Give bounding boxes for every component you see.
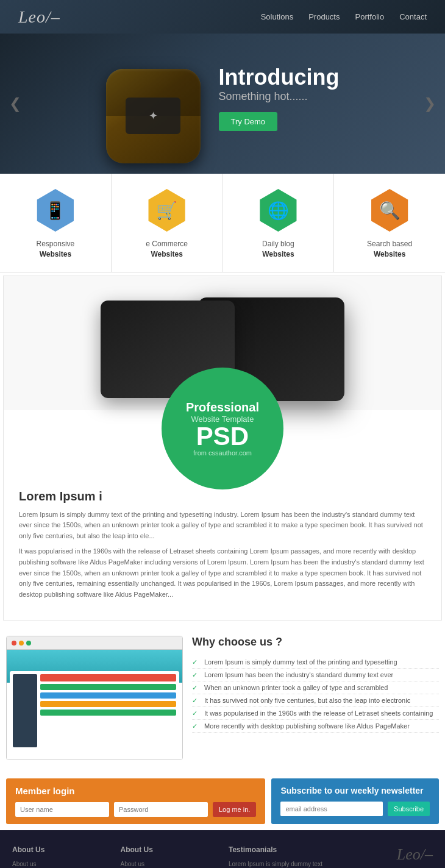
hero-app-icon xyxy=(106,69,201,163)
why-item-3: When an unknown printer took a galley of… xyxy=(192,681,439,694)
footer-col-1: About Us About us Why us Customer Storie… xyxy=(12,845,109,868)
footer-col-3: Testimoanials Lorem Ipsum is simply dumm… xyxy=(229,845,325,868)
hero-next-arrow[interactable]: ❯ xyxy=(424,95,436,112)
browser-bar xyxy=(7,636,182,650)
why-item-5: It was popularised in the 1960s with the… xyxy=(192,707,439,720)
showcase-section: Professional Website Template PSD from c… xyxy=(3,276,442,621)
main-nav: Solutions Products Portfolio Contact xyxy=(261,12,427,21)
why-content: Why choose us ? Lorem Ipsum is simply du… xyxy=(192,636,439,733)
browser-sidebar xyxy=(13,674,37,747)
hero-section: ❮ Introducing Something hot...... Try De… xyxy=(0,34,445,174)
mock-bar-1 xyxy=(40,674,176,681)
hex-responsive: 📱 xyxy=(34,189,77,232)
footer: About Us About us Why us Customer Storie… xyxy=(0,830,445,868)
hex-ecommerce: 🛒 xyxy=(146,189,188,232)
nav-portfolio[interactable]: Portfolio xyxy=(355,12,384,21)
header: Leo/– Solutions Products Portfolio Conta… xyxy=(0,0,445,34)
footer-col3-heading: Testimoanials xyxy=(229,845,325,854)
password-input[interactable] xyxy=(114,802,208,817)
hero-text: Introducing Something hot...... Try Demo xyxy=(219,65,340,131)
member-login-box: Member login Log me in. xyxy=(6,778,265,824)
showcase-para1: Lorem Ipsum is simply dummy text of the … xyxy=(19,510,426,542)
feature-ecommerce[interactable]: 🛒 e CommerceWebsites xyxy=(112,174,223,272)
why-heading: Why choose us ? xyxy=(192,636,439,649)
browser-inner xyxy=(10,671,179,750)
logo: Leo/– xyxy=(18,7,60,27)
feature-label-ecommerce: e CommerceWebsites xyxy=(146,239,188,260)
hero-icon-bg xyxy=(106,69,201,163)
hex-search: 🔍 xyxy=(368,189,411,232)
subscribe-button[interactable]: Subscribe xyxy=(388,802,430,816)
nav-contact[interactable]: Contact xyxy=(399,12,427,21)
feature-responsive[interactable]: 📱 ResponsiveWebsites xyxy=(0,174,112,272)
browser-content xyxy=(7,650,182,760)
footer-col2-heading: About Us xyxy=(121,845,217,854)
showcase-text: Lorem Ipsum i Lorem Ipsum is simply dumm… xyxy=(4,477,441,621)
login-fields: Log me in. xyxy=(15,802,256,817)
footer-link-about1[interactable]: About us xyxy=(12,860,109,868)
mock-bar-3 xyxy=(40,692,176,699)
footer-logo: Leo/– xyxy=(397,845,433,864)
member-login-heading: Member login xyxy=(15,786,256,796)
footer-testimonial-text: Lorem Ipsum is simply dummy text of the … xyxy=(229,860,325,868)
showcase-heading: Lorem Ipsum i xyxy=(19,489,426,503)
browser-dot-red xyxy=(12,641,16,646)
feature-label-search: Search basedWebsites xyxy=(367,239,412,260)
hero-prev-arrow[interactable]: ❮ xyxy=(9,95,21,112)
why-item-6: More recently with desktop publishing so… xyxy=(192,720,439,733)
features-row: 📱 ResponsiveWebsites 🛒 e CommerceWebsite… xyxy=(0,174,445,272)
username-input[interactable] xyxy=(15,802,109,817)
why-item-2: Lorem Ipsum has been the industry's stan… xyxy=(192,669,439,681)
mock-bar-2 xyxy=(40,684,176,690)
showcase-para2: It was popularised in the 1960s with the… xyxy=(19,546,426,600)
bottom-forms: Member login Log me in. Subscribe to our… xyxy=(0,772,445,830)
nav-products[interactable]: Products xyxy=(308,12,340,21)
newsletter-box: Subscribe to our weekly newsletter Subsc… xyxy=(271,778,439,824)
promo-title1: Professional xyxy=(186,400,259,414)
why-item-1: Lorem Ipsum is simply dummy text of the … xyxy=(192,656,439,669)
newsletter-heading: Subscribe to our weekly newsletter xyxy=(280,786,430,795)
why-section: Why choose us ? Lorem Ipsum is simply du… xyxy=(0,624,445,772)
nav-solutions[interactable]: Solutions xyxy=(261,12,293,21)
feature-label-responsive: ResponsiveWebsites xyxy=(37,239,75,260)
promo-psd: PSD xyxy=(196,424,249,449)
browser-dot-yellow xyxy=(19,641,24,646)
why-item-4: It has survived not only five centuries,… xyxy=(192,694,439,707)
mock-bar-5 xyxy=(40,710,176,716)
hero-icon-inner xyxy=(126,98,180,134)
hex-blog: 🌐 xyxy=(257,189,299,232)
footer-logo-col: Leo/– © cssauthor.com xyxy=(337,845,433,868)
hero-subtitle: Something hot...... xyxy=(219,90,340,103)
footer-col-2: About Us About us Why us Customer Storie… xyxy=(121,845,217,868)
feature-search[interactable]: 🔍 Search basedWebsites xyxy=(334,174,445,272)
feature-label-blog: Daily blogWebsites xyxy=(262,239,294,260)
promo-source: from cssauthor.com xyxy=(193,449,252,457)
newsletter-fields: Subscribe xyxy=(280,802,430,816)
browser-main xyxy=(40,674,176,747)
footer-col1-heading: About Us xyxy=(12,845,109,854)
login-button[interactable]: Log me in. xyxy=(213,802,256,817)
why-screenshot xyxy=(6,636,183,760)
mock-bar-4 xyxy=(40,701,176,707)
browser-dot-green xyxy=(26,641,31,646)
feature-blog[interactable]: 🌐 Daily blogWebsites xyxy=(223,174,335,272)
footer-link-about2[interactable]: About us xyxy=(121,860,217,868)
hero-title: Introducing xyxy=(219,65,340,90)
try-demo-button[interactable]: Try Demo xyxy=(219,112,278,131)
email-input[interactable] xyxy=(280,802,383,816)
green-promo-circle: Professional Website Template PSD from c… xyxy=(162,368,283,489)
why-list: Lorem Ipsum is simply dummy text of the … xyxy=(192,656,439,733)
